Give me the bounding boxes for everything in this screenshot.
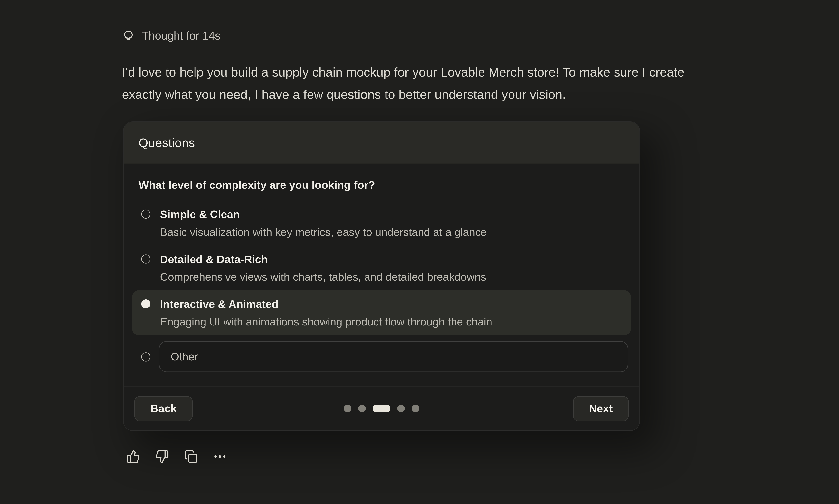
thumbs-up-button[interactable]: [126, 450, 140, 464]
question-text: What level of complexity are you looking…: [139, 176, 624, 194]
progress-dot: [344, 405, 351, 412]
copy-button[interactable]: [184, 450, 198, 464]
progress-dot: [358, 405, 366, 412]
questions-card-body: What level of complexity are you looking…: [124, 176, 640, 372]
thumbs-up-icon: [126, 450, 140, 464]
thumbs-down-button[interactable]: [155, 450, 169, 464]
radio-checked-icon[interactable]: [141, 300, 150, 308]
assistant-message: I'd love to help you build a supply chai…: [122, 61, 764, 106]
progress-dot-active: [372, 405, 390, 412]
option-label: Interactive & Animated: [160, 295, 492, 313]
thumbs-down-icon: [155, 450, 169, 464]
option-description: Engaging UI with animations showing prod…: [160, 313, 492, 330]
option-simple-clean[interactable]: Simple & Clean Basic visualization with …: [132, 200, 631, 245]
radio-unchecked-icon[interactable]: [141, 210, 150, 219]
message-line-2: exactly what you need, I have a few ques…: [122, 84, 764, 106]
option-text: Interactive & Animated Engaging UI with …: [160, 295, 492, 330]
option-text: Detailed & Data-Rich Comprehensive views…: [160, 250, 486, 285]
questions-card-footer: Back Next: [124, 386, 640, 430]
option-other[interactable]: [132, 341, 631, 372]
lightbulb-icon: [122, 29, 135, 42]
card-title: Questions: [139, 136, 195, 150]
option-description: Comprehensive views with charts, tables,…: [160, 268, 486, 285]
more-options-button[interactable]: [213, 450, 227, 464]
radio-unchecked-icon[interactable]: [141, 254, 150, 264]
copy-icon: [184, 450, 198, 464]
thought-toggle[interactable]: Thought for 14s: [122, 29, 221, 43]
option-description: Basic visualization with key metrics, ea…: [160, 223, 487, 240]
progress-dot: [397, 405, 405, 412]
option-detailed-data-rich[interactable]: Detailed & Data-Rich Comprehensive views…: [132, 246, 631, 290]
other-input[interactable]: [159, 341, 628, 372]
message-line-1: I'd love to help you build a supply chai…: [122, 61, 764, 84]
progress-dot: [412, 405, 419, 412]
questions-card-header: Questions: [124, 122, 640, 164]
more-options-icon: [213, 450, 227, 464]
next-button[interactable]: Next: [573, 396, 629, 421]
back-button[interactable]: Back: [134, 396, 193, 421]
thought-duration-label: Thought for 14s: [142, 29, 221, 43]
progress-dots: [344, 405, 419, 412]
option-interactive-animated[interactable]: Interactive & Animated Engaging UI with …: [132, 290, 631, 335]
option-label: Simple & Clean: [160, 205, 487, 223]
chat-message-view: Thought for 14s I'd love to help you bui…: [0, 0, 839, 504]
message-actions: [126, 450, 227, 464]
option-text: Simple & Clean Basic visualization with …: [160, 205, 487, 240]
radio-unchecked-icon[interactable]: [141, 352, 150, 361]
questions-card: Questions What level of complexity are y…: [123, 121, 640, 431]
option-label: Detailed & Data-Rich: [160, 250, 486, 268]
